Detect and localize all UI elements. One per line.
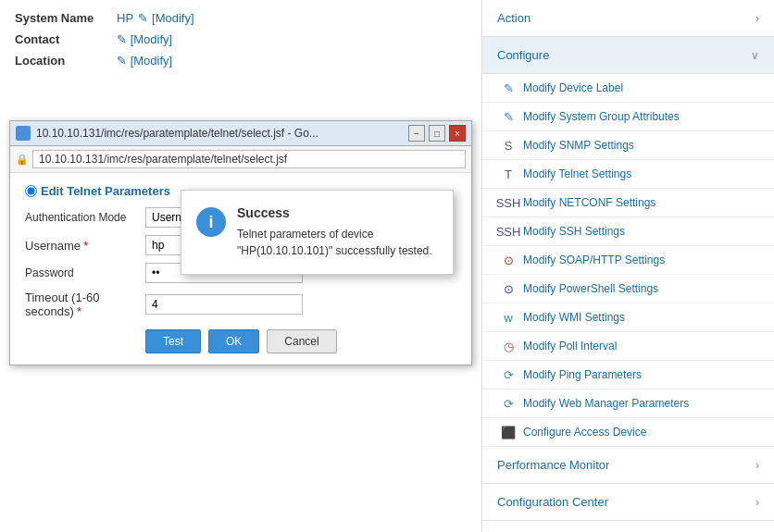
ok-button[interactable]: OK bbox=[208, 329, 259, 353]
browser-tab-icon bbox=[16, 126, 31, 141]
modify-web-label: Modify Web Manager Parameters bbox=[523, 397, 689, 410]
modify-snmp-label: Modify SNMP Settings bbox=[523, 139, 634, 152]
location-row: Location ✎ [Modify] bbox=[15, 54, 467, 68]
device-management-section-header[interactable]: Device Management › bbox=[482, 521, 774, 532]
sidebar-item-modify-snmp[interactable]: S Modify SNMP Settings bbox=[482, 131, 774, 160]
modify-device-label-icon: ✎ bbox=[501, 80, 516, 95]
modify-ssh-label: Modify SSH Settings bbox=[523, 225, 625, 238]
configure-section-title: Configure bbox=[497, 48, 549, 62]
sidebar-item-modify-wmi[interactable]: w Modify WMI Settings bbox=[482, 303, 774, 332]
modify-poll-label: Modify Poll Interval bbox=[523, 340, 617, 353]
modify-ping-label: Modify Ping Parameters bbox=[523, 368, 642, 381]
lock-icon: 🔒 bbox=[16, 154, 29, 166]
config-chevron-right-icon: › bbox=[755, 496, 759, 509]
system-name-text: HP bbox=[117, 11, 133, 25]
success-message: Telnet parameters of device "HP(10.10.10… bbox=[237, 226, 438, 259]
modify-snmp-icon: S bbox=[501, 138, 516, 153]
modify-ssh-icon: SSH bbox=[501, 224, 516, 239]
password-label: Password bbox=[25, 266, 145, 279]
contact-row: Contact ✎ [Modify] bbox=[15, 32, 467, 46]
modify-telnet-icon: T bbox=[501, 167, 516, 181]
configure-access-label: Configure Access Device bbox=[523, 426, 646, 439]
sidebar-item-modify-ssh[interactable]: SSH Modify SSH Settings bbox=[482, 217, 774, 246]
sidebar-item-modify-poll[interactable]: ◷ Modify Poll Interval bbox=[482, 332, 774, 361]
sidebar-item-modify-soap[interactable]: ⊙ Modify SOAP/HTTP Settings bbox=[482, 246, 774, 275]
success-content: Success Telnet parameters of device "HP(… bbox=[237, 205, 438, 259]
pencil-icon-contact: ✎ bbox=[117, 32, 127, 46]
contact-label: Contact bbox=[15, 32, 117, 46]
timeout-input[interactable] bbox=[145, 294, 303, 315]
modify-netconf-label: Modify NETCONF Settings bbox=[523, 196, 655, 209]
address-bar-input[interactable] bbox=[32, 150, 466, 168]
modify-wmi-label: Modify WMI Settings bbox=[523, 311, 625, 324]
modify-system-group-icon: ✎ bbox=[501, 109, 516, 124]
action-chevron-right-icon: › bbox=[755, 12, 759, 25]
sidebar-item-modify-telnet[interactable]: T Modify Telnet Settings bbox=[482, 160, 774, 189]
modify-ping-icon: ⟳ bbox=[501, 367, 516, 382]
sidebar-item-modify-ping[interactable]: ⟳ Modify Ping Parameters bbox=[482, 361, 774, 390]
right-panel: Action › Configure ∨ ✎ Modify Device Lab… bbox=[481, 0, 774, 532]
location-modify-link[interactable]: [Modify] bbox=[131, 54, 173, 68]
modify-powershell-icon: ⊙ bbox=[501, 281, 516, 296]
performance-monitor-title: Performance Monitor bbox=[497, 458, 609, 472]
form-title: Edit Telnet Parameters bbox=[41, 184, 170, 198]
performance-monitor-section-header[interactable]: Performance Monitor › bbox=[482, 447, 774, 484]
configure-section-header[interactable]: Configure ∨ bbox=[482, 37, 774, 74]
edit-telnet-radio[interactable] bbox=[25, 185, 37, 197]
contact-modify-link[interactable]: [Modify] bbox=[131, 32, 173, 46]
pencil-icon-location: ✎ bbox=[117, 54, 127, 68]
modify-device-label-label: Modify Device Label bbox=[523, 81, 623, 94]
maximize-button[interactable]: □ bbox=[429, 125, 445, 142]
browser-title: 10.10.10.131/imc/res/paratemplate/telnet… bbox=[36, 127, 318, 140]
sidebar-item-modify-powershell[interactable]: ⊙ Modify PowerShell Settings bbox=[482, 275, 774, 303]
modify-poll-icon: ◷ bbox=[501, 339, 516, 353]
modify-powershell-label: Modify PowerShell Settings bbox=[523, 282, 658, 295]
success-popup: i Success Telnet parameters of device "H… bbox=[181, 190, 454, 275]
timeout-required: * bbox=[77, 304, 81, 318]
modify-system-group-label: Modify System Group Attributes bbox=[523, 110, 680, 123]
auth-mode-label: Authentication Mode bbox=[25, 211, 145, 224]
action-section-header[interactable]: Action › bbox=[482, 0, 774, 37]
username-required: * bbox=[83, 239, 88, 253]
cancel-button[interactable]: Cancel bbox=[267, 329, 336, 353]
configuration-center-title: Configuration Center bbox=[497, 495, 608, 509]
sidebar-item-configure-access[interactable]: ⬛ Configure Access Device bbox=[482, 418, 774, 447]
system-name-value: HP ✎ [Modify] bbox=[117, 11, 194, 25]
configure-chevron-down-icon: ∨ bbox=[751, 49, 759, 62]
modify-netconf-icon: SSH bbox=[501, 195, 516, 210]
action-section-title: Action bbox=[497, 11, 531, 25]
location-value: ✎ [Modify] bbox=[117, 54, 172, 68]
location-label: Location bbox=[15, 54, 117, 68]
success-title: Success bbox=[237, 205, 438, 220]
left-panel: System Name HP ✎ [Modify] Contact ✎ [Mod… bbox=[0, 0, 481, 532]
sidebar-item-modify-web[interactable]: ⟳ Modify Web Manager Parameters bbox=[482, 390, 774, 418]
sidebar-item-modify-netconf[interactable]: SSH Modify NETCONF Settings bbox=[482, 189, 774, 217]
perf-chevron-right-icon: › bbox=[755, 459, 759, 472]
modify-soap-label: Modify SOAP/HTTP Settings bbox=[523, 254, 665, 266]
modify-wmi-icon: w bbox=[501, 310, 516, 325]
browser-titlebar-left: 10.10.10.131/imc/res/paratemplate/telnet… bbox=[16, 126, 408, 141]
browser-controls: − □ × bbox=[408, 125, 466, 142]
minimize-button[interactable]: − bbox=[408, 125, 425, 142]
configuration-center-section-header[interactable]: Configuration Center › bbox=[482, 484, 774, 521]
contact-value: ✎ [Modify] bbox=[117, 32, 172, 46]
modify-telnet-label: Modify Telnet Settings bbox=[523, 167, 631, 180]
browser-addressbar: 🔒 bbox=[10, 146, 471, 173]
sidebar-item-modify-device-label[interactable]: ✎ Modify Device Label bbox=[482, 74, 774, 103]
pencil-icon: ✎ bbox=[138, 11, 148, 25]
system-name-modify-link[interactable]: [Modify] bbox=[152, 11, 194, 25]
system-name-row: System Name HP ✎ [Modify] bbox=[15, 11, 467, 25]
system-name-label: System Name bbox=[15, 11, 117, 25]
test-button[interactable]: Test bbox=[145, 329, 201, 353]
device-info: System Name HP ✎ [Modify] Contact ✎ [Mod… bbox=[0, 0, 481, 86]
sidebar-item-modify-system-group[interactable]: ✎ Modify System Group Attributes bbox=[482, 103, 774, 131]
modify-web-icon: ⟳ bbox=[501, 396, 516, 411]
modify-soap-icon: ⊙ bbox=[501, 253, 516, 267]
timeout-row: Timeout (1-60 seconds) * bbox=[25, 291, 456, 318]
success-icon: i bbox=[196, 207, 226, 237]
timeout-label: Timeout (1-60 seconds) * bbox=[25, 291, 145, 318]
close-button[interactable]: × bbox=[449, 125, 466, 142]
form-buttons: Test OK Cancel bbox=[25, 329, 456, 353]
username-label: Username * bbox=[25, 239, 145, 253]
configure-menu-items: ✎ Modify Device Label ✎ Modify System Gr… bbox=[482, 74, 774, 447]
